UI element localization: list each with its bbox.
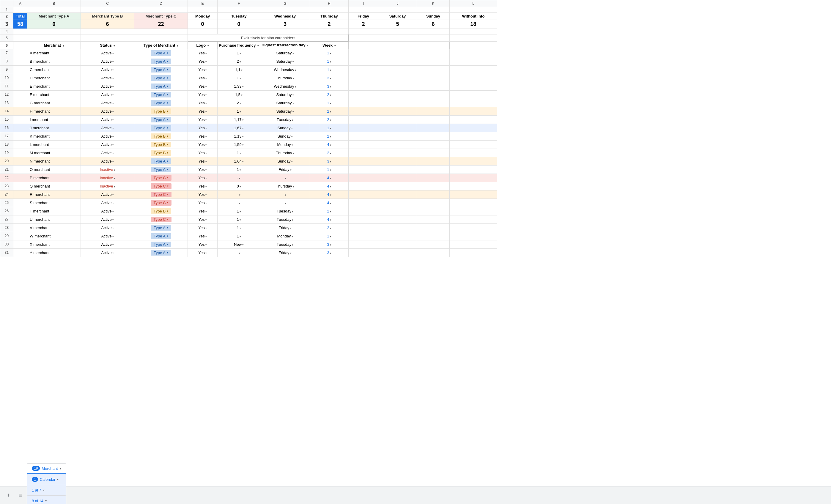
type-cell[interactable]: Type A ▾ <box>134 224 188 232</box>
freq-cell[interactable]: 1,64 ▾ <box>218 157 260 165</box>
type-cell[interactable]: Type A ▾ <box>134 157 188 165</box>
cell-29-J[interactable] <box>378 232 417 240</box>
logo-cell[interactable]: Yes ▾ <box>188 124 218 132</box>
week-cell[interactable]: 3 ▾ <box>310 74 349 82</box>
cell-5-L[interactable] <box>450 34 497 41</box>
type-cell[interactable]: Type C ▾ <box>134 182 188 190</box>
type-cell[interactable]: Type A ▾ <box>134 99 188 107</box>
day-dropdown-icon[interactable]: ▾ <box>295 85 296 88</box>
status-cell[interactable]: Active ▾ <box>81 190 134 199</box>
status-dropdown-icon[interactable]: ▾ <box>112 60 114 63</box>
type-cell[interactable]: Type A ▾ <box>134 248 188 257</box>
cell-6-L[interactable] <box>450 41 497 49</box>
cell-27-J[interactable] <box>378 215 417 224</box>
cell-19-A[interactable] <box>13 149 27 157</box>
header-highest-day[interactable]: Highest transaction day ▾ <box>260 41 310 49</box>
cell-10-J[interactable] <box>378 74 417 82</box>
status-cell[interactable]: Active ▾ <box>81 207 134 215</box>
day-cell[interactable]: ▾ <box>260 190 310 199</box>
freq-cell[interactable]: 1,17 ▾ <box>218 115 260 124</box>
cell-6-A[interactable] <box>13 41 27 49</box>
logo-cell[interactable]: Yes ▾ <box>188 65 218 74</box>
day-dropdown-icon[interactable]: ▾ <box>293 185 294 188</box>
logo-filter-icon[interactable]: ▾ <box>207 44 209 47</box>
status-dropdown-icon[interactable]: ▾ <box>114 177 115 180</box>
freq-dropdown-icon[interactable]: ▾ <box>239 77 241 80</box>
cell-2-B[interactable]: Merchant Type A <box>27 13 81 20</box>
logo-dropdown-icon[interactable]: ▾ <box>205 177 207 180</box>
cell-2-H[interactable]: Thursday <box>310 13 349 20</box>
type-dropdown-icon[interactable]: ▾ <box>167 218 169 221</box>
status-dropdown-icon[interactable]: ▾ <box>112 127 114 130</box>
cell-17-K[interactable] <box>417 132 450 140</box>
cell-27-A[interactable] <box>13 215 27 224</box>
cell-20-A[interactable] <box>13 157 27 165</box>
status-cell[interactable]: Active ▾ <box>81 65 134 74</box>
cell-2-E[interactable]: Monday <box>188 13 218 20</box>
cell-29-K[interactable] <box>417 232 450 240</box>
cell-5-C[interactable] <box>81 34 134 41</box>
logo-dropdown-icon[interactable]: ▾ <box>205 169 207 172</box>
week-cell[interactable]: 3 ▾ <box>310 157 349 165</box>
cell-13-I[interactable] <box>349 99 378 107</box>
freq-cell[interactable]: 1,33 ▾ <box>218 82 260 90</box>
cell-5-K[interactable] <box>417 34 450 41</box>
type-dropdown-icon[interactable]: ▾ <box>167 176 169 179</box>
header-purchase-freq[interactable]: Purchase frequency ▾ <box>218 41 260 49</box>
cell-3-B[interactable]: 0 <box>27 20 81 29</box>
logo-dropdown-icon[interactable]: ▾ <box>205 194 207 197</box>
cell-4-H[interactable] <box>310 29 349 34</box>
cell-12-J[interactable] <box>378 90 417 99</box>
cell-13-J[interactable] <box>378 99 417 107</box>
cell-14-L[interactable] <box>450 107 497 115</box>
logo-dropdown-icon[interactable]: ▾ <box>205 152 207 155</box>
day-dropdown-icon[interactable]: ▾ <box>292 144 293 147</box>
cell-4-J[interactable] <box>378 29 417 34</box>
header-status[interactable]: Status ▾ <box>81 41 134 49</box>
cell-6-I[interactable] <box>349 41 378 49</box>
type-cell[interactable]: Type B ▾ <box>134 107 188 115</box>
cell-8-K[interactable] <box>417 57 450 65</box>
day-dropdown-icon[interactable]: ▾ <box>292 218 293 221</box>
cell-3-J[interactable]: 5 <box>378 20 417 29</box>
freq-dropdown-icon[interactable]: ▾ <box>239 227 241 230</box>
cell-30-A[interactable] <box>13 240 27 248</box>
cell-2-A[interactable]: Total <box>13 13 27 20</box>
week-cell[interactable]: 4 ▾ <box>310 199 349 207</box>
type-filter-icon[interactable]: ▾ <box>177 44 178 47</box>
merchant-name[interactable]: E merchant <box>27 82 81 90</box>
status-cell[interactable]: Active ▾ <box>81 82 134 90</box>
cell-30-I[interactable] <box>349 240 378 248</box>
cell-10-I[interactable] <box>349 74 378 82</box>
day-dropdown-icon[interactable]: ▾ <box>292 52 294 55</box>
cell-18-L[interactable] <box>450 140 497 149</box>
cell-10-L[interactable] <box>450 74 497 82</box>
header-merchant[interactable]: Merchnat ▾ <box>27 41 81 49</box>
cell-19-I[interactable] <box>349 149 378 157</box>
week-dropdown-icon[interactable]: ▾ <box>330 235 332 238</box>
cell-5-I[interactable] <box>349 34 378 41</box>
status-cell[interactable]: Inactive ▾ <box>81 174 134 182</box>
logo-dropdown-icon[interactable]: ▾ <box>205 252 207 255</box>
week-cell[interactable]: 3 ▾ <box>310 240 349 248</box>
merchant-name[interactable]: P merchant <box>27 174 81 182</box>
type-cell[interactable]: Type B ▾ <box>134 207 188 215</box>
cell-13-L[interactable] <box>450 99 497 107</box>
week-cell[interactable]: 1 ▾ <box>310 165 349 174</box>
type-dropdown-icon[interactable]: ▾ <box>167 68 168 71</box>
week-cell[interactable]: 2 ▾ <box>310 132 349 140</box>
cell-3-E[interactable]: 0 <box>188 20 218 29</box>
type-dropdown-icon[interactable]: ▾ <box>167 251 168 254</box>
type-dropdown-icon[interactable]: ▾ <box>167 226 168 229</box>
cell-15-A[interactable] <box>13 115 27 124</box>
cell-20-J[interactable] <box>378 157 417 165</box>
cell-24-A[interactable] <box>13 190 27 199</box>
logo-dropdown-icon[interactable]: ▾ <box>205 210 207 213</box>
status-dropdown-icon[interactable]: ▾ <box>112 102 114 105</box>
status-dropdown-icon[interactable]: ▾ <box>112 152 114 155</box>
logo-cell[interactable]: Yes ▾ <box>188 215 218 224</box>
freq-dropdown-icon[interactable]: ▾ <box>242 160 244 163</box>
status-dropdown-icon[interactable]: ▾ <box>112 227 114 230</box>
merchant-name[interactable]: C merchant <box>27 65 81 74</box>
cell-28-I[interactable] <box>349 224 378 232</box>
